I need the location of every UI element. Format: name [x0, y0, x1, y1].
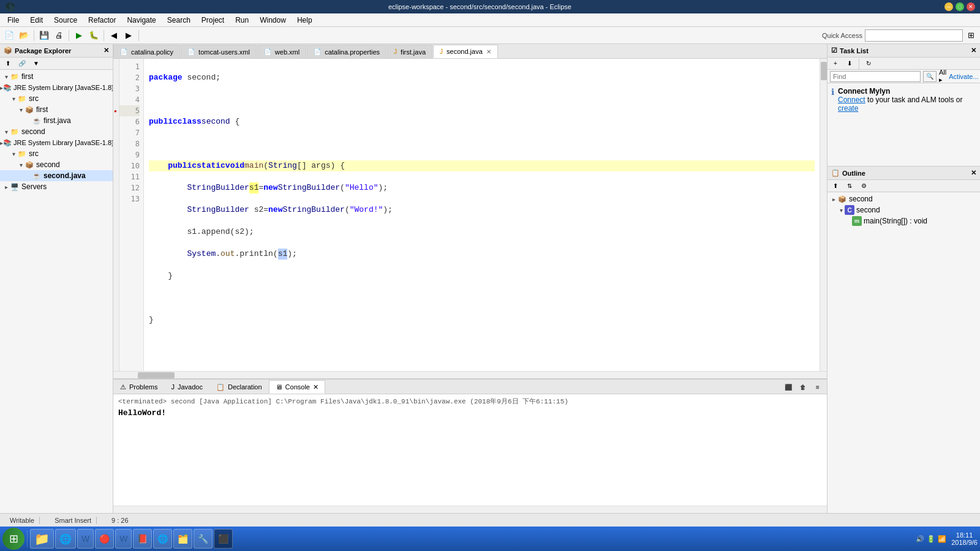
- menu-source[interactable]: Source: [49, 15, 82, 26]
- taskbar-clock[interactable]: 18:11 2018/9/6: [951, 531, 978, 546]
- status-insert: Smart Insert: [50, 517, 97, 524]
- tree-project-second[interactable]: ▾ 📁 second: [0, 126, 113, 137]
- print-button[interactable]: 🖨: [52, 29, 66, 42]
- stop-console-button[interactable]: ⬛: [782, 380, 795, 394]
- console-menu-button[interactable]: ≡: [811, 380, 824, 394]
- tab-close-button[interactable]: ✕: [486, 48, 491, 55]
- forward-button[interactable]: ▶: [122, 29, 135, 42]
- clear-console-button[interactable]: 🗑: [796, 380, 810, 394]
- new-button[interactable]: 📄: [2, 29, 16, 42]
- tab-catalina-properties[interactable]: 📄 catalina.properties: [307, 45, 386, 58]
- horizontal-scrollbar[interactable]: [113, 371, 827, 378]
- new-task-button[interactable]: +: [829, 57, 842, 70]
- menu-search[interactable]: Search: [162, 15, 195, 26]
- tab-declaration[interactable]: 📋 Declaration: [209, 380, 269, 394]
- console-scrollbar-h[interactable]: [113, 506, 827, 513]
- menu-refactor[interactable]: Refactor: [83, 15, 121, 26]
- menu-help[interactable]: Help: [292, 15, 317, 26]
- taskbar-word2[interactable]: W: [115, 529, 132, 549]
- tree-src-first[interactable]: ▾ 📁 src: [0, 93, 113, 104]
- expand-arrow[interactable]: ▸: [2, 184, 10, 190]
- task-find-input[interactable]: [830, 71, 921, 82]
- expand-arrow[interactable]: ▾: [2, 73, 10, 80]
- tab-tomcat-users[interactable]: 📄 tomcat-users.xml: [181, 45, 257, 58]
- mylyn-create-link[interactable]: create: [838, 104, 858, 113]
- menu-edit[interactable]: Edit: [25, 15, 48, 26]
- open-button[interactable]: 📂: [17, 29, 31, 42]
- task-activate-link[interactable]: Activate...: [949, 73, 978, 80]
- outline-method[interactable]: m main(String[]) : void: [827, 216, 980, 227]
- tree-file-first-java[interactable]: ☕ first.java: [0, 115, 113, 126]
- task-find-search-btn[interactable]: 🔍: [923, 71, 937, 82]
- expand-arrow[interactable]: ▾: [10, 96, 17, 102]
- outline-collapse-btn[interactable]: ⬆: [829, 179, 842, 193]
- mylyn-connect-link[interactable]: Connect: [838, 96, 865, 104]
- tree-file-second-java[interactable]: ☕ second.java: [0, 170, 113, 181]
- debug-button[interactable]: 🐛: [87, 29, 100, 42]
- outline-close[interactable]: ✕: [971, 169, 976, 177]
- taskbar-explorer[interactable]: 📁: [30, 529, 54, 549]
- expand-arrow[interactable]: ▾: [10, 151, 17, 157]
- outline-filter-btn[interactable]: ⚙: [857, 179, 870, 193]
- collapse-all-button[interactable]: ⬆: [1, 57, 15, 70]
- task-filter-all[interactable]: All ▸: [939, 69, 946, 84]
- tab-second-java[interactable]: J second.java ✕: [433, 45, 498, 58]
- task-sync-button[interactable]: ↻: [862, 57, 875, 70]
- outline-expand[interactable]: ▸: [830, 196, 837, 203]
- menu-run[interactable]: Run: [230, 15, 254, 26]
- taskbar-tomcat[interactable]: 🔴: [95, 529, 114, 549]
- console-tab-close[interactable]: ✕: [313, 383, 318, 391]
- expand-arrow[interactable]: ▾: [2, 129, 10, 135]
- tab-web-xml[interactable]: 📄 web.xml: [257, 45, 306, 58]
- expand-arrow[interactable]: ▾: [17, 107, 24, 113]
- taskbar-pdf[interactable]: 📕: [133, 529, 152, 549]
- task-list-close[interactable]: ✕: [971, 47, 976, 54]
- taskbar-files[interactable]: 🗂️: [173, 529, 192, 549]
- tree-jre-first[interactable]: ▸ 📚 JRE System Library [JavaSE-1.8]: [0, 82, 113, 93]
- taskbar-util[interactable]: 🔧: [194, 529, 213, 549]
- tab-label: catalina.policy: [131, 48, 173, 56]
- taskbar-chrome[interactable]: 🌐: [55, 529, 76, 549]
- quick-access-input[interactable]: [865, 29, 963, 42]
- tree-package-second[interactable]: ▾ 📦 second: [0, 159, 113, 170]
- save-button[interactable]: 💾: [37, 29, 51, 42]
- tab-console[interactable]: 🖥 Console ✕: [269, 380, 325, 394]
- taskbar-ie[interactable]: 🌐: [153, 529, 172, 549]
- outline-class[interactable]: ▾ C second: [827, 204, 980, 216]
- menu-file[interactable]: File: [2, 15, 24, 26]
- link-editor-button[interactable]: 🔗: [15, 57, 29, 70]
- sidebar-menu-button[interactable]: ▼: [29, 57, 43, 70]
- maximize-button[interactable]: □: [956, 2, 964, 11]
- tree-jre-second[interactable]: ▸ 📚 JRE System Library [JavaSE-1.8]: [0, 137, 113, 148]
- close-button[interactable]: ✕: [967, 2, 975, 11]
- vertical-scrollbar[interactable]: [820, 59, 827, 371]
- menu-navigate[interactable]: Navigate: [122, 15, 160, 26]
- tree-servers[interactable]: ▸ 🖥️ Servers: [0, 181, 113, 192]
- code-content[interactable]: package second; public class second { pu…: [144, 59, 820, 371]
- outline-expand[interactable]: ▾: [837, 207, 845, 214]
- tab-catalina-policy[interactable]: 📄 catalina.policy: [113, 45, 180, 58]
- minimize-button[interactable]: ─: [944, 2, 953, 11]
- taskbar-word1[interactable]: W: [77, 529, 94, 549]
- outline-sort-btn[interactable]: ⇅: [843, 179, 856, 193]
- tree-package-first[interactable]: ▾ 📦 first: [0, 104, 113, 115]
- package-explorer-close[interactable]: ✕: [104, 47, 109, 54]
- expand-arrow[interactable]: ▾: [17, 162, 24, 168]
- task-filter-button[interactable]: ⬇: [843, 57, 856, 70]
- back-button[interactable]: ◀: [107, 29, 121, 42]
- run-button[interactable]: ▶: [72, 29, 86, 42]
- outline-package[interactable]: ▸ 📦 second: [827, 193, 980, 204]
- taskbar-cmd[interactable]: ⬛: [214, 529, 233, 549]
- menu-window[interactable]: Window: [255, 15, 291, 26]
- tree-src-second[interactable]: ▾ 📁 src: [0, 148, 113, 159]
- code-editor[interactable]: ● 1234 5 678910 111213 package second; p…: [113, 59, 827, 371]
- menu-project[interactable]: Project: [197, 15, 229, 26]
- problems-icon: ⚠: [120, 383, 126, 391]
- tab-problems[interactable]: ⚠ Problems: [113, 380, 164, 394]
- tab-javadoc[interactable]: J Javadoc: [164, 380, 209, 394]
- start-button[interactable]: ⊞: [2, 528, 24, 550]
- perspective-button[interactable]: ⊞: [964, 29, 978, 42]
- tree-project-first[interactable]: ▾ 📁 first: [0, 71, 113, 82]
- tab-first-java[interactable]: J first.java: [387, 45, 432, 58]
- taskbar: ⊞ 📁 🌐 W 🔴 W 📕 🌐 🗂️ 🔧 ⬛ 🔊 🔋 📶 18:11 2018/…: [0, 527, 980, 551]
